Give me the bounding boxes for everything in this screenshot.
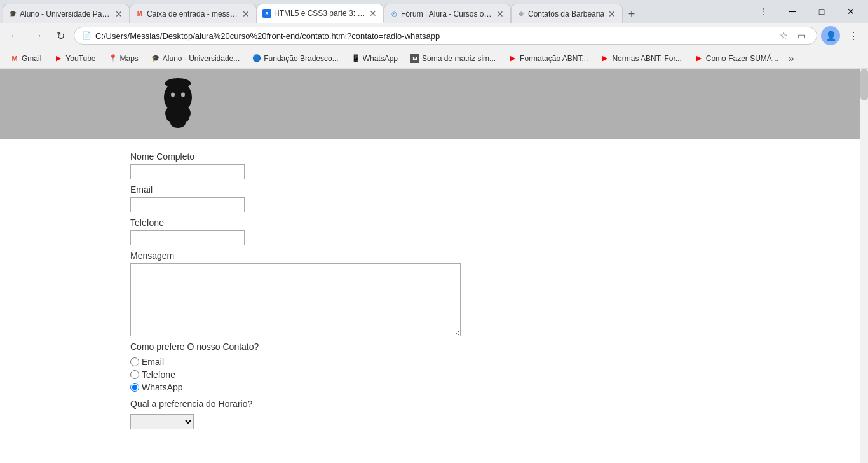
- bookmark-gmail-label: Gmail: [22, 54, 41, 63]
- como-icon: ▶: [695, 54, 703, 63]
- maximize-button[interactable]: □: [807, 1, 836, 22]
- bookmarks-bar: M Gmail ▶ YouTube 📍 Maps 🎓 Aluno - Unive…: [0, 48, 868, 69]
- tab-2-close[interactable]: ✕: [241, 8, 251, 20]
- tab-2[interactable]: M Caixa de entrada - messias.v... ✕: [130, 4, 257, 23]
- svg-rect-6: [165, 82, 191, 85]
- bookmark-bradesco-label: Fundação Bradesco...: [264, 54, 338, 63]
- bradesco-icon: 🔵: [252, 54, 261, 63]
- radio-email-text: Email: [142, 357, 164, 367]
- address-bar: ← → ↻ 📄 C:/Users/Messias/Desktop/alura%2…: [0, 23, 868, 48]
- bookmark-whatsapp-label: WhatsApp: [363, 54, 398, 63]
- radio-whatsapp-text: WhatsApp: [142, 382, 183, 392]
- telefone-group: Telefone: [130, 218, 868, 245]
- scrollbar[interactable]: [860, 69, 868, 442]
- aluno-icon: 🎓: [151, 54, 160, 63]
- tab-2-favicon: M: [135, 10, 144, 18]
- page-header: [0, 69, 868, 139]
- reload-button[interactable]: ↻: [51, 26, 70, 45]
- profile-button[interactable]: 👤: [821, 26, 840, 45]
- email-label: Email: [130, 184, 868, 195]
- bookmark-soma[interactable]: M Soma de matriz sim...: [405, 53, 501, 64]
- url-actions: ☆ ▭: [776, 28, 809, 43]
- bookmarks-overflow[interactable]: »: [786, 52, 797, 66]
- chrome-menu-button[interactable]: ⋮: [844, 26, 863, 45]
- bookmark-aluno[interactable]: 🎓 Aluno - Universidade...: [146, 53, 245, 64]
- radio-telefone-group: Telefone: [130, 370, 868, 380]
- tab-4[interactable]: ◎ Fórum | Alura - Cursos online... ✕: [384, 4, 511, 23]
- bookmark-gmail[interactable]: M Gmail: [5, 53, 46, 64]
- horario-select[interactable]: [130, 414, 194, 429]
- url-favicon: 📄: [82, 31, 92, 40]
- tab-4-title: Fórum | Alura - Cursos online...: [401, 10, 492, 18]
- bookmark-formatacao[interactable]: ▶ Formatação ABNT...: [503, 53, 593, 64]
- close-button[interactable]: ✕: [836, 1, 865, 22]
- tab-1-title: Aluno - Universidade Paulist...: [20, 10, 111, 18]
- tab-3-title: HTML5 e CSS3 parte 3: traba...: [274, 9, 365, 18]
- radio-telefone-label[interactable]: Telefone: [130, 370, 868, 380]
- normas-icon: ▶: [600, 54, 609, 63]
- forward-button[interactable]: →: [28, 26, 47, 45]
- bookmark-normas[interactable]: ▶ Normas ABNT: For...: [595, 53, 686, 64]
- url-text: C:/Users/Messias/Desktop/alura%20curso%2…: [95, 31, 772, 41]
- nome-group: Nome Completo: [130, 151, 868, 179]
- tab-5-favicon: ⊕: [517, 10, 526, 18]
- tab-5-title: Contatos da Barbearia: [528, 10, 604, 18]
- new-tab-button[interactable]: +: [623, 5, 641, 23]
- mensagem-textarea[interactable]: [130, 263, 461, 336]
- back-button[interactable]: ←: [5, 26, 24, 45]
- title-bar: 🎓 Aluno - Universidade Paulist... ✕ M Ca…: [0, 0, 868, 23]
- contact-form: Nome Completo Email Telefone Mensagem Co…: [0, 139, 868, 442]
- scrollbar-thumb[interactable]: [860, 69, 868, 100]
- tab-3-close[interactable]: ✕: [368, 7, 378, 20]
- bookmark-star-button[interactable]: ☆: [776, 28, 791, 43]
- tab-1-close[interactable]: ✕: [114, 8, 124, 20]
- tab-5-close[interactable]: ✕: [607, 8, 617, 20]
- contato-question: Como prefere O nosso Contato?: [130, 342, 868, 352]
- logo-area: [153, 69, 203, 139]
- mensagem-label: Mensagem: [130, 251, 868, 261]
- mensagem-group: Mensagem: [130, 251, 868, 336]
- gmail-icon: M: [10, 54, 19, 63]
- radio-whatsapp-label[interactable]: WhatsApp: [130, 382, 868, 392]
- radio-telefone-text: Telefone: [142, 370, 175, 380]
- email-group: Email: [130, 184, 868, 212]
- cast-button[interactable]: ▭: [794, 28, 809, 43]
- tab-3[interactable]: a HTML5 e CSS3 parte 3: traba... ✕: [257, 4, 384, 23]
- bookmark-normas-label: Normas ABNT: For...: [612, 54, 681, 63]
- telefone-input[interactable]: [130, 230, 245, 245]
- radio-whatsapp[interactable]: [130, 383, 139, 392]
- maps-icon: 📍: [109, 54, 118, 63]
- tab-strip: 🎓 Aluno - Universidade Paulist... ✕ M Ca…: [3, 0, 755, 23]
- email-input[interactable]: [130, 197, 245, 212]
- radio-email[interactable]: [130, 357, 139, 366]
- tab-2-title: Caixa de entrada - messias.v...: [147, 10, 238, 18]
- telefone-label: Telefone: [130, 218, 868, 228]
- window-controls: ─ □ ✕: [778, 1, 865, 22]
- tab-5[interactable]: ⊕ Contatos da Barbearia ✕: [511, 4, 623, 23]
- nome-input[interactable]: [130, 164, 245, 179]
- soma-icon: M: [410, 54, 419, 63]
- bookmark-youtube-label: YouTube: [65, 54, 95, 63]
- bookmark-youtube[interactable]: ▶ YouTube: [49, 53, 100, 64]
- svg-point-4: [181, 93, 185, 97]
- horario-question: Qual a preferencia do Horario?: [130, 399, 868, 409]
- svg-point-3: [171, 93, 175, 97]
- minimize-button[interactable]: ─: [778, 1, 807, 22]
- bookmark-whatsapp[interactable]: 📱 WhatsApp: [346, 53, 403, 64]
- svg-point-7: [170, 118, 186, 128]
- tab-1-favicon: 🎓: [8, 10, 17, 18]
- url-bar[interactable]: 📄 C:/Users/Messias/Desktop/alura%20curso…: [74, 27, 817, 45]
- radio-whatsapp-group: WhatsApp: [130, 382, 868, 392]
- tab-4-close[interactable]: ✕: [495, 8, 505, 20]
- tab-1[interactable]: 🎓 Aluno - Universidade Paulist... ✕: [3, 4, 130, 23]
- bookmark-como[interactable]: ▶ Como Fazer SUMÁ...: [689, 53, 783, 64]
- radio-telefone[interactable]: [130, 370, 139, 379]
- formatacao-icon: ▶: [508, 54, 517, 63]
- tab-overflow-menu[interactable]: ⋮: [755, 3, 773, 20]
- radio-email-label[interactable]: Email: [130, 357, 868, 367]
- tab-4-favicon: ◎: [390, 10, 398, 18]
- bookmark-maps[interactable]: 📍 Maps: [104, 53, 144, 64]
- tab-3-favicon: a: [262, 9, 271, 18]
- whatsapp-icon: 📱: [351, 54, 360, 63]
- bookmark-bradesco[interactable]: 🔵 Fundação Bradesco...: [247, 53, 343, 64]
